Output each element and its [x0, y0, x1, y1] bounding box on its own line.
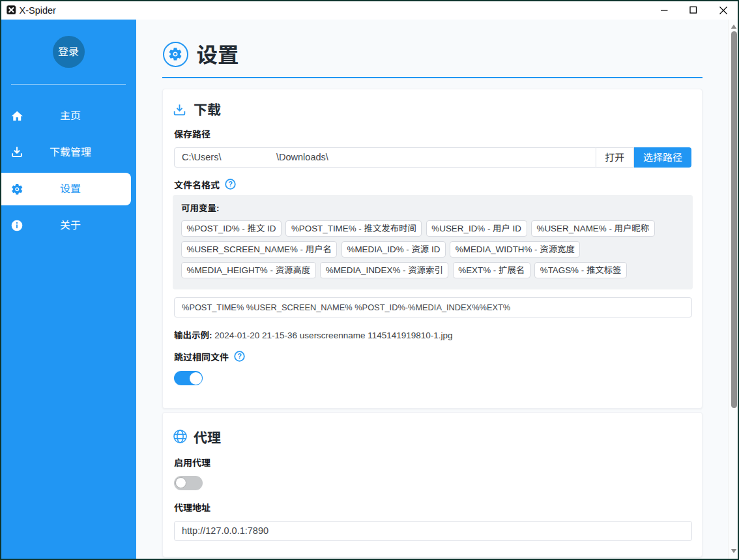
svg-text:?: ? [237, 352, 242, 360]
svg-text:?: ? [228, 180, 233, 188]
